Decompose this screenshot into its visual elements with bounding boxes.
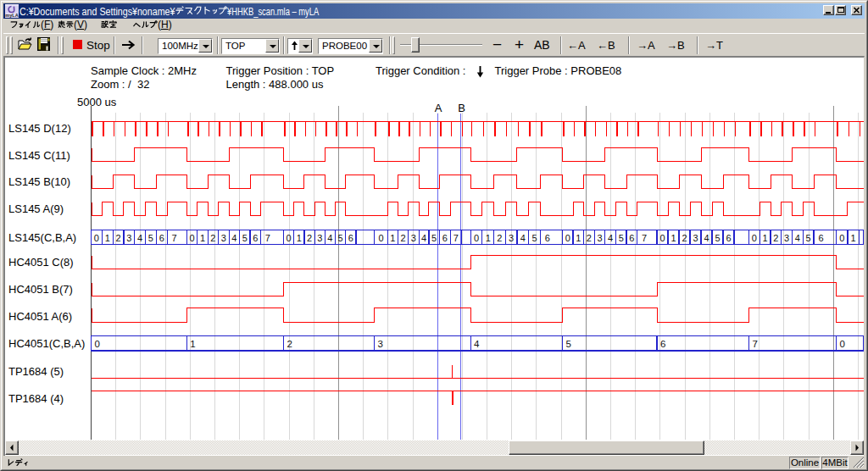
- svg-text:myLA: myLA: [5, 13, 18, 18]
